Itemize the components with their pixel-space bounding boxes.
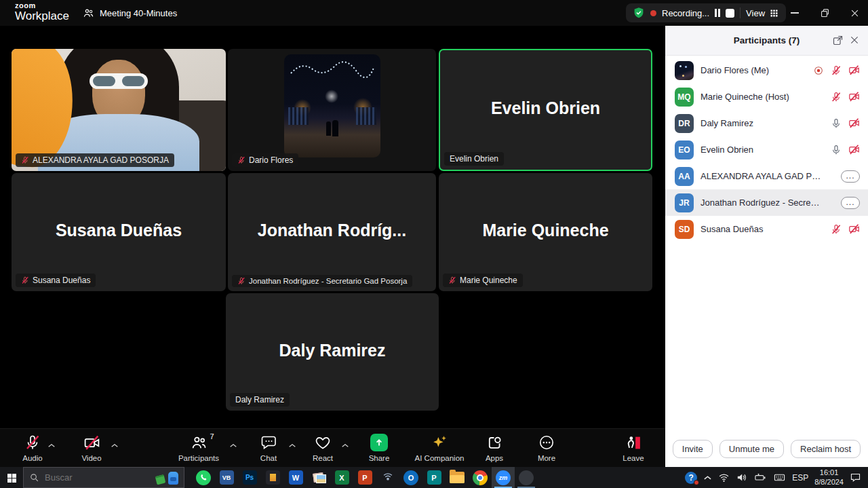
leave-button[interactable]: Leave [603,434,664,462]
video-tile-daly[interactable]: Daly Ramirez Daly Ramirez [226,293,439,411]
taskbar-word-icon[interactable]: W [284,467,307,488]
more-button[interactable]: More [516,434,577,462]
pause-recording-button[interactable] [715,9,720,17]
mic-on-icon [831,118,842,129]
video-tile-evelin-active-speaker[interactable]: Evelin Obrien Evelin Obrien [439,49,652,171]
invite-button[interactable]: Invite [673,440,713,458]
battery-charging-icon[interactable] [753,472,767,483]
participants-button[interactable]: 7 Participants [168,434,229,462]
language-indicator[interactable]: ESP [792,473,808,483]
logo-workplace: Workplace [15,10,69,22]
taskbar-moviemaker-icon[interactable] [261,467,284,488]
tile-name-label: Susana Dueñas [16,274,96,287]
divider [740,7,741,18]
search-decorative-icon [155,470,180,486]
zoom-workplace-logo: zoom Workplace [15,2,69,22]
mic-muted-icon [24,434,41,451]
share-button[interactable]: Share [349,434,410,462]
alexandra-video-feed [12,49,226,171]
participants-panel-header: Participants (7) [665,26,868,56]
window-minimize-button[interactable] [780,0,810,26]
heart-react-icon [315,434,331,451]
taskbar-connect-icon[interactable] [376,467,399,488]
taskbar-search[interactable] [23,467,184,488]
volume-icon[interactable] [736,472,747,483]
taskbar-running-app-icon[interactable] [515,467,538,488]
search-icon [29,472,39,483]
taskbar-photos-icon[interactable] [307,467,330,488]
recording-label: Recording... [662,8,709,18]
participant-row-daly[interactable]: DR Daly Ramirez [665,110,868,136]
tile-name-label: Marie Quineche [443,274,523,287]
system-tray: ? ESP 16:01 8/8/2024 [685,467,868,488]
taskbar-outlook-icon[interactable]: O [399,467,422,488]
taskbar-powerpoint-icon[interactable]: P [353,467,376,488]
taskbar-publisher-icon[interactable]: P [422,467,446,488]
muted-mic-icon [21,156,29,164]
stop-recording-button[interactable] [726,9,734,18]
participant-row-susana[interactable]: SD Susana Dueñas [665,216,868,242]
muted-mic-icon [21,276,29,284]
unmute-me-button[interactable]: Unmute me [719,440,784,458]
participant-display-name: Daly Ramirez [226,341,439,360]
camera-off-icon [83,434,100,451]
video-tile-alexandra[interactable]: ALEXANDRA AYALA GAD POSORJA [12,49,226,171]
logo-zoom: zoom [15,2,69,10]
participant-row-alexandra[interactable]: AA ALEXANDRA AYALA GAD POSORJA ... [665,163,868,189]
ai-companion-button[interactable]: AI Companion [409,434,470,462]
video-tile-dario[interactable]: Dario Flores [228,49,436,171]
participant-row-marie[interactable]: MQ Marie Quineche (Host) [665,83,868,110]
taskbar-chrome-icon[interactable] [469,467,492,488]
date: 8/8/2024 [814,478,844,487]
participants-options-caret[interactable] [229,438,237,451]
participants-panel: Participants (7) Dario Flores (Me) MQ Ma… [665,26,868,467]
participant-row-evelin[interactable]: EO Evelin Obrien [665,136,868,163]
title-bar: zoom Workplace Meeting 40-Minutes Record… [0,0,868,26]
window-restore-button[interactable] [810,0,840,26]
video-tile-marie[interactable]: Marie Quineche Marie Quineche [439,173,652,291]
leave-door-icon [625,434,642,451]
view-button[interactable]: View [746,8,779,18]
wifi-icon[interactable] [718,472,730,483]
video-tile-jonathan[interactable]: Jonathan Rodríg... Jonathan Rodríguez - … [228,173,436,291]
participant-more-button[interactable]: ... [841,170,860,183]
participant-name: Evelin Obrien [701,145,753,155]
keyboard-icon[interactable] [773,472,786,483]
start-button[interactable] [0,467,23,488]
participant-more-button[interactable]: ... [841,197,860,209]
help-notification-icon[interactable]: ? [685,472,697,484]
taskbar-file-explorer-icon[interactable] [446,467,469,488]
taskbar-photoshop-icon[interactable]: Ps [238,467,261,488]
taskbar-excel-icon[interactable]: X [330,467,353,488]
clock[interactable]: 16:01 8/8/2024 [814,468,844,487]
participant-name: ALEXANDRA AYALA GAD POSORJA [701,171,821,181]
notifications-icon[interactable] [850,472,861,483]
popout-panel-button[interactable] [832,35,844,49]
taskbar-zoom-icon-active[interactable]: zm [492,467,515,488]
video-grid: ALEXANDRA AYALA GAD POSORJA Dario Flores… [0,26,665,428]
muted-mic-icon [448,276,456,284]
avatar: EO [675,140,694,159]
close-panel-button[interactable] [849,35,860,48]
recording-dot-icon [650,10,656,16]
video-tile-susana[interactable]: Susana Dueñas Susana Dueñas [12,173,226,291]
tile-name-label: Jonathan Rodríguez - Secretario Gad Poso… [232,275,412,287]
avatar [675,61,694,80]
window-close-button[interactable] [840,0,868,26]
video-options-caret[interactable] [111,438,119,451]
dario-profile-photo [284,54,380,157]
video-off-icon [848,223,860,235]
meeting-people-icon [83,7,94,19]
taskbar-whatsapp-icon[interactable] [192,467,215,488]
taskbar-vb-icon[interactable]: VB [215,467,238,488]
view-grid-icon [769,8,779,18]
reclaim-host-button[interactable]: Reclaim host [791,440,861,458]
meeting-tab[interactable]: Meeting 40-Minutes [76,0,184,26]
search-input[interactable] [45,472,133,483]
audio-options-caret[interactable] [47,438,56,451]
time: 16:01 [814,468,844,478]
participant-row-dario[interactable]: Dario Flores (Me) [665,57,868,83]
tray-expand-chevron[interactable] [703,475,712,481]
participant-row-jonathan[interactable]: JR Jonathan Rodríguez - Secretario Ga...… [665,189,868,216]
participant-display-name: Jonathan Rodríg... [228,221,436,240]
